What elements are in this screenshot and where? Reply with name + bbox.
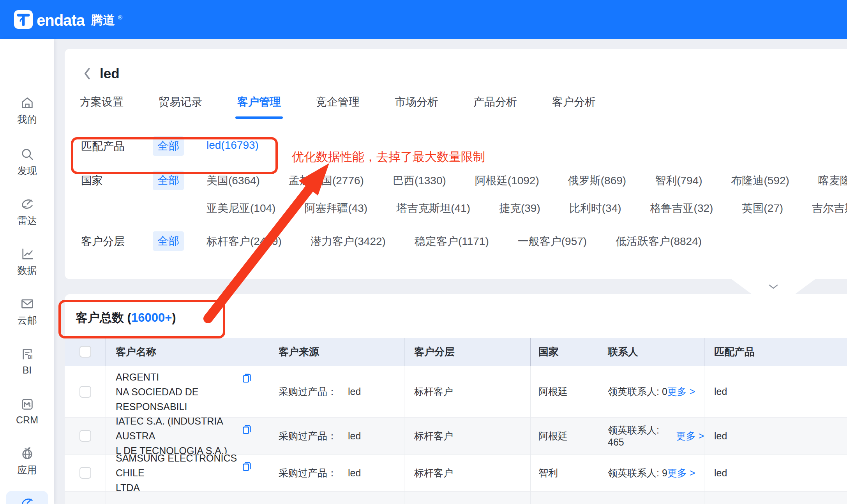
- row-checkbox[interactable]: [79, 467, 91, 479]
- tab-plan-settings[interactable]: 方案设置: [80, 95, 124, 119]
- table-row: IATEC S.A. (INDUSTRIA AUSTRAL DE TECNOLO…: [65, 417, 847, 454]
- radar-icon: [20, 197, 34, 211]
- sidebar-item-radar[interactable]: 雷达: [6, 192, 48, 232]
- filter-all-chip[interactable]: 全部: [153, 171, 184, 190]
- plan-title-row: led: [65, 49, 847, 81]
- customer-total-close: ): [172, 311, 176, 324]
- country-value: 阿根廷: [531, 418, 599, 454]
- logo-text-en: endata: [37, 12, 85, 29]
- matched-product: led: [704, 455, 847, 491]
- tier-value: 标杆客户: [404, 366, 531, 417]
- annotation-note: 优化数据性能，去掉了最大数量限制: [292, 149, 485, 165]
- filter-item-country[interactable]: 俄罗斯(869): [568, 173, 626, 188]
- topbar: endata 腾道 ®: [0, 0, 847, 39]
- col-header-country: 国家: [531, 338, 599, 366]
- filter-all-chip[interactable]: 全部: [153, 136, 184, 156]
- filter-item-country[interactable]: 阿根廷(1092): [475, 173, 539, 188]
- copy-icon[interactable]: [242, 372, 252, 386]
- source-label: 采购过产品：: [279, 467, 337, 479]
- sidebar-item-label: BI: [23, 365, 32, 376]
- filter-item-country[interactable]: 捷克(39): [499, 201, 540, 216]
- filter-item-country[interactable]: 格鲁吉亚(32): [650, 201, 713, 216]
- filter-item-tier[interactable]: 稳定客户(1171): [415, 234, 489, 249]
- filter-all-chip[interactable]: 全部: [153, 231, 184, 251]
- filter-item-tier[interactable]: 一般客户(957): [518, 234, 587, 249]
- filter-row-country: 国家 全部 美国(6364) 孟加拉国(2776) 巴西(1330) 阿根廷(1…: [65, 171, 847, 216]
- filter-item-tier[interactable]: 低活跃客户(8824): [616, 234, 702, 249]
- sidebar-item-label: CRM: [16, 414, 38, 426]
- table-header-row: 客户名称 客户来源 客户分层 国家 联系人 匹配产品: [65, 338, 847, 366]
- country-value: 阿根廷: [531, 366, 599, 417]
- filter-item-country[interactable]: 美国(6364): [206, 173, 260, 188]
- filter-item-tier[interactable]: 潜力客户(3422): [311, 234, 386, 249]
- filter-item-country[interactable]: 智利(794): [655, 173, 702, 188]
- customer-total-count: 16000+: [131, 311, 172, 324]
- sidebar-item-label: 发现: [18, 164, 37, 177]
- more-link[interactable]: 更多 >: [667, 467, 695, 479]
- filter-item-country[interactable]: 喀麦隆(53: [818, 173, 847, 188]
- sidebar-item-insight[interactable]: 洞察: [6, 491, 48, 504]
- sidebar-item-mail[interactable]: 云邮: [6, 291, 48, 332]
- tab-customer-management[interactable]: 客户管理: [237, 95, 281, 119]
- sidebar-item-discover[interactable]: 发现: [6, 142, 48, 182]
- filter-item-country[interactable]: 英国(27): [742, 201, 783, 216]
- filter-item-tier[interactable]: 标杆客户(2419): [206, 234, 282, 249]
- table-row: SAMSUNG ELECTRONICS CHILELTDA 采购过产品：led …: [65, 454, 847, 491]
- customer-list-panel: 客户总数 (16000+) 客户名称 客户来源 客户分层 国家 联系人 匹配产品…: [65, 294, 847, 504]
- source-label: 采购过产品：: [279, 430, 337, 442]
- filter-item-product[interactable]: led(16793): [206, 139, 259, 152]
- tab-competitor-management[interactable]: 竞企管理: [316, 95, 360, 119]
- filter-item-country[interactable]: 亚美尼亚(104): [206, 201, 275, 216]
- logo-text-cn: 腾道: [91, 12, 115, 29]
- customer-name: IATEC S.A. (INDUSTRIA AUSTRAL DE TECNOLO…: [116, 418, 240, 454]
- row-checkbox[interactable]: [79, 430, 91, 442]
- sidebar-item-apps[interactable]: 应用: [6, 441, 48, 481]
- select-all-checkbox[interactable]: [79, 346, 91, 358]
- home-icon: [20, 96, 34, 110]
- source-label: 采购过产品：: [279, 385, 337, 398]
- sidebar-item-crm[interactable]: CRM: [6, 391, 48, 432]
- search-icon: [20, 147, 34, 161]
- apps-globe-icon: [20, 446, 34, 460]
- tendata-logo-icon: [14, 10, 33, 29]
- copy-icon[interactable]: [242, 461, 252, 475]
- bi-doc-icon: BI: [20, 347, 34, 361]
- insight-radar-icon: [20, 496, 34, 504]
- more-link[interactable]: 更多 >: [676, 430, 704, 442]
- tendata-logo: endata 腾道 ®: [14, 10, 122, 29]
- tab-customer-analysis[interactable]: 客户分析: [552, 95, 596, 119]
- source-product: led: [348, 467, 361, 479]
- tab-market-analysis[interactable]: 市场分析: [395, 95, 438, 119]
- sidebar-item-label: 应用: [18, 463, 37, 476]
- row-checkbox[interactable]: [79, 386, 91, 398]
- copy-icon[interactable]: [242, 424, 252, 438]
- crm-book-icon: [20, 397, 34, 411]
- contacts-count: 领英联系人: 0: [608, 385, 667, 398]
- tab-trade-records[interactable]: 贸易记录: [159, 95, 202, 119]
- col-header-name: 客户名称: [106, 338, 257, 366]
- matched-product: led: [704, 366, 847, 417]
- back-chevron-icon: [83, 67, 91, 80]
- filter-item-country[interactable]: 塔吉克斯坦(41): [396, 201, 470, 216]
- filter-item-country[interactable]: 阿塞拜疆(43): [304, 201, 367, 216]
- filter-label: 国家: [81, 171, 153, 188]
- filter-item-country[interactable]: 巴西(1330): [393, 173, 446, 188]
- tab-product-analysis[interactable]: 产品分析: [473, 95, 517, 119]
- sidebar-item-bi[interactable]: BI BI: [6, 341, 48, 382]
- back-button[interactable]: [83, 67, 91, 80]
- matched-product: led: [704, 418, 847, 454]
- filter-item-country[interactable]: 孟加拉国(2776): [289, 173, 364, 188]
- source-product: led: [348, 430, 361, 442]
- more-link[interactable]: 更多 >: [667, 385, 695, 398]
- filter-item-country[interactable]: 吉尔吉斯斯: [812, 201, 847, 216]
- sidebar-item-home[interactable]: 我的: [6, 90, 48, 131]
- filter-item-country[interactable]: 比利时(34): [569, 201, 621, 216]
- sidebar-item-data[interactable]: 数据: [6, 241, 48, 282]
- filter-label: 客户分层: [81, 231, 153, 249]
- country-value: 智利: [531, 455, 599, 491]
- filter-item-country[interactable]: 布隆迪(592): [731, 173, 789, 188]
- chart-icon: [20, 247, 34, 261]
- sidebar: 我的 发现 雷达 数据 云邮 BI BI CRM 应用: [0, 39, 54, 504]
- filter-row-tier: 客户分层 全部 标杆客户(2419) 潜力客户(3422) 稳定客户(1171)…: [65, 231, 847, 251]
- collapse-filters-button[interactable]: [732, 279, 815, 294]
